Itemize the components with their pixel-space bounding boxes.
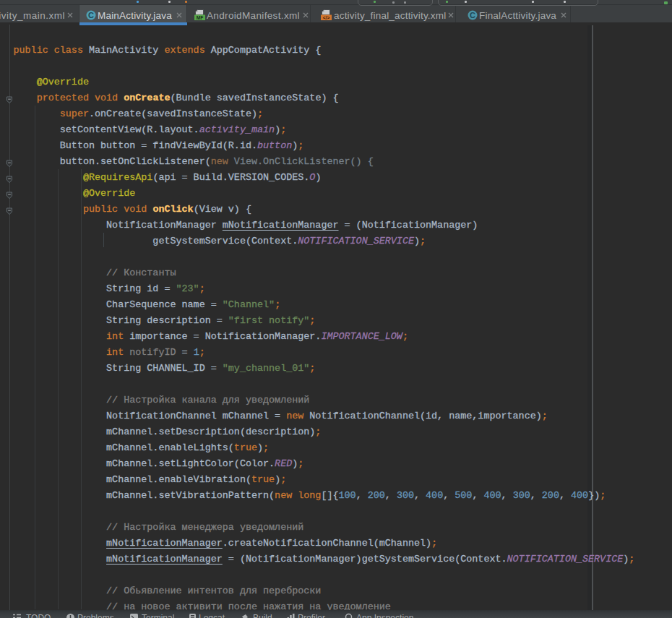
svg-text:</>: </> xyxy=(323,15,330,20)
svg-text:C: C xyxy=(470,11,475,20)
svg-text:C: C xyxy=(88,11,94,20)
svg-text:MF: MF xyxy=(197,15,204,20)
